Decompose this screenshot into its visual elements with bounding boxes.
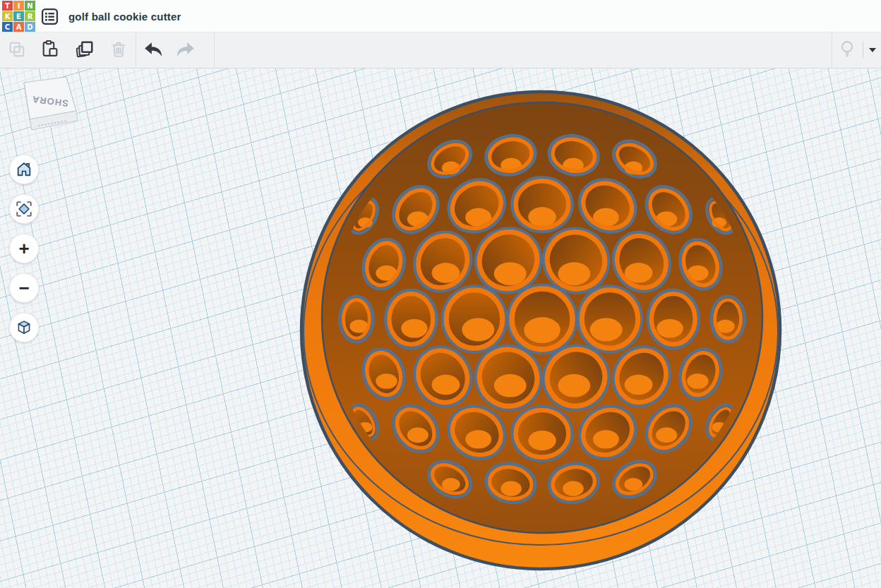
plus-icon: +: [18, 239, 29, 258]
titlebar: TINKERCAD golf ball cookie cutter: [0, 0, 881, 32]
tinkercad-logo[interactable]: TINKERCAD: [2, 1, 37, 32]
list-icon: [41, 17, 59, 28]
logo-tile: R: [25, 11, 35, 21]
toolbar-divider: [832, 32, 832, 68]
redo-icon: [175, 41, 196, 60]
duplicate-button[interactable]: [69, 35, 100, 66]
delete-button[interactable]: [103, 35, 134, 66]
zoom-in-button[interactable]: +: [9, 234, 39, 263]
perspective-toggle-button[interactable]: [9, 313, 39, 342]
logo-tile: E: [13, 11, 24, 21]
toolbar-divider: [136, 32, 136, 68]
lightbulb-icon: [838, 40, 856, 61]
toolbar-dropdown-button[interactable]: [865, 35, 880, 66]
home-icon: [15, 160, 33, 179]
logo-tile: C: [2, 22, 13, 32]
logo-tile: N: [25, 1, 35, 11]
model-golf-ball-cookie-cutter[interactable]: [0, 68, 881, 588]
dimple-tube: [441, 284, 508, 353]
dimple-tube: [510, 176, 574, 234]
design-menu-button[interactable]: [41, 8, 59, 25]
fit-view-button[interactable]: [9, 194, 39, 224]
dimple-tube: [507, 284, 578, 355]
minus-icon: −: [18, 279, 29, 297]
dimple-tube: [338, 294, 375, 343]
toolbar-divider: [214, 32, 215, 68]
zoom-out-button[interactable]: −: [9, 273, 39, 303]
dimple-tube: [384, 289, 438, 350]
design-title[interactable]: golf ball cookie cutter: [68, 0, 181, 32]
chevron-down-icon: [869, 48, 876, 52]
logo-tile: A: [13, 22, 24, 32]
logo-tile: D: [25, 22, 35, 32]
copy-icon: [8, 40, 26, 61]
paste-icon: [40, 40, 59, 61]
fit-view-icon: [15, 200, 33, 218]
logo-tile: T: [2, 1, 13, 11]
toolbar: [0, 32, 881, 68]
dimple-tube: [577, 284, 644, 353]
redo-button[interactable]: [170, 35, 201, 66]
dimple-tube: [709, 294, 746, 343]
trash-icon: [109, 40, 128, 61]
dimple-tube: [646, 289, 700, 350]
hint-lightbulb-button[interactable]: [833, 35, 861, 66]
undo-button[interactable]: [138, 35, 169, 66]
copy-button[interactable]: [1, 35, 32, 66]
perspective-cube-icon: [15, 318, 33, 337]
toolbar-divider: [863, 42, 863, 59]
logo-tile: I: [13, 1, 24, 11]
dimple-tube: [510, 404, 574, 462]
paste-button[interactable]: [34, 35, 65, 66]
logo-tile: K: [2, 11, 13, 21]
viewport-3d[interactable]: SHORA + −: [0, 68, 881, 588]
duplicate-icon: [75, 40, 95, 61]
viewcube[interactable]: SHORA: [10, 74, 88, 141]
undo-icon: [143, 41, 164, 60]
home-view-button[interactable]: [9, 155, 39, 184]
